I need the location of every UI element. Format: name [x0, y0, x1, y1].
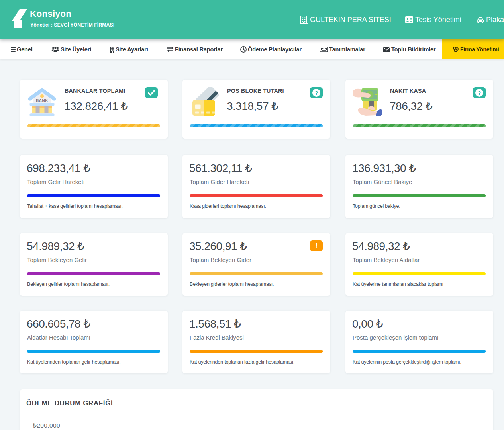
svg-text:?: ? [315, 90, 318, 96]
svg-text:?: ? [478, 90, 481, 96]
svg-text:BANK: BANK [36, 98, 48, 103]
